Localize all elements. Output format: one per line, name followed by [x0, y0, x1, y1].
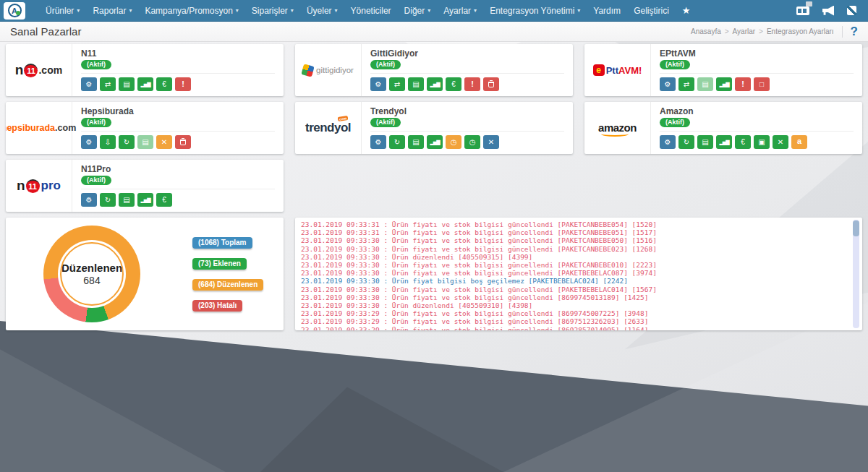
menu-item-kampanya-promosyon[interactable]: Kampanya/Promosyon▾ [138, 0, 244, 21]
file-button[interactable]: ▤ [119, 77, 135, 91]
chart-button[interactable]: ▂▅▇ [427, 77, 443, 91]
gear-button[interactable]: ⚙ [660, 77, 676, 91]
breadcrumb-item[interactable]: Ayarlar [733, 27, 756, 35]
gear-button[interactable]: ⚙ [81, 135, 97, 149]
menu-item-raporlar[interactable]: Raporlar▾ [86, 0, 138, 21]
file-button[interactable]: ▤ [408, 135, 424, 149]
euro-icon: € [162, 197, 166, 204]
menu-item-di-er[interactable]: Diğer▾ [398, 0, 438, 21]
refresh-button[interactable]: ↻ [389, 135, 405, 149]
exclamation-button[interactable]: ! [175, 77, 191, 91]
shuffle-button[interactable]: ✕ [156, 135, 172, 149]
menu-item-label: Yöneticiler [351, 6, 391, 16]
help-button[interactable]: ? [851, 25, 858, 39]
breadcrumb-item[interactable]: Anasayfa [691, 27, 721, 35]
log-time: 23.01.2019 09:33:29 [301, 309, 380, 317]
file-button[interactable]: ▤ [137, 135, 153, 149]
gear-icon: ⚙ [665, 139, 671, 146]
log-scrollbar[interactable] [853, 220, 859, 328]
card-body: Trendyol(Aktif)⚙↻▤▂▅▇◷◷✕ [362, 102, 573, 154]
trash-button[interactable] [483, 77, 499, 91]
breadcrumb-item[interactable]: Entegrasyon Ayarları [767, 27, 834, 35]
euro-button[interactable]: € [735, 135, 751, 149]
log-time: 23.01.2019 09:33:30 [301, 293, 380, 301]
log-message: Ürün fiyatı ve stok bilgisi güncellendi … [392, 286, 657, 293]
gear-button[interactable]: ⚙ [370, 135, 386, 149]
file-button[interactable]: ▤ [408, 77, 424, 91]
card-logo-area: gittigidiyor [295, 44, 362, 96]
refresh-button[interactable]: ↻ [100, 193, 116, 207]
file-button[interactable]: ▤ [119, 193, 135, 207]
menu-item-geli-tirici[interactable]: Geliştirici [627, 0, 676, 21]
card-n11: n11.comN11(Aktif)⚙⇄▤▂▅▇€! [6, 44, 284, 96]
refresh-button[interactable]: ↻ [119, 135, 135, 149]
gear-button[interactable]: ⚙ [660, 135, 676, 149]
clock-button[interactable]: ◷ [464, 135, 480, 149]
legend-badge: (73) Eklenen [192, 258, 247, 270]
file-button[interactable]: ▤ [697, 135, 713, 149]
shuffle-button[interactable]: ✕ [773, 135, 788, 149]
log-line: 23.01.2019 09:33:30 : Ürün fiyat bilgisi… [301, 277, 849, 285]
status-badge: (Aktif) [660, 118, 690, 127]
card-body: N11Pro(Aktif)⚙↻▤▂▅▇€ [72, 160, 284, 212]
chart-button[interactable]: ▂▅▇ [137, 193, 153, 207]
log-message: Ürün fiyatı ve stok bilgisi güncellendi … [392, 317, 649, 325]
trash-icon [488, 82, 494, 87]
euro-button[interactable]: € [156, 77, 172, 91]
file-button[interactable]: ▤ [697, 77, 713, 91]
card-logo-area: hepsiburada.com [6, 102, 72, 154]
gear-icon: ⚙ [375, 81, 382, 88]
legend-badge: (684) Düzenlenen [192, 279, 263, 291]
refresh-button[interactable]: ↻ [678, 135, 694, 149]
exchange-button[interactable]: ⇄ [678, 77, 694, 91]
menu-item--yeler[interactable]: Üyeler▾ [300, 0, 344, 21]
euro-button[interactable]: € [156, 193, 172, 207]
gear-button[interactable]: ⚙ [81, 193, 97, 207]
favorite-star-icon[interactable]: ★ [676, 5, 697, 16]
menu-item-yard-m[interactable]: Yardım [587, 0, 627, 21]
amazon-a-button[interactable]: a [791, 135, 807, 149]
chart-button[interactable]: ▂▅▇ [427, 135, 443, 149]
menu-item-sipari-ler[interactable]: Siparişler▾ [245, 0, 300, 21]
menu-item-ayarlar[interactable]: Ayarlar▾ [437, 0, 483, 21]
logo-text: Ptt [606, 65, 618, 76]
log-scrollbar-thumb[interactable] [853, 220, 859, 236]
keyboard-badge-icon[interactable] [796, 7, 809, 15]
trash-button[interactable] [175, 135, 191, 149]
megaphone-icon[interactable] [822, 6, 834, 16]
exclamation-button[interactable]: ! [464, 77, 480, 91]
gear-button[interactable]: ⚙ [370, 77, 386, 91]
square-button[interactable]: □ [754, 77, 770, 91]
card-buttons: ⚙↻▤▂▅▇€▣✕a [660, 132, 854, 149]
edit-square-icon[interactable] [847, 6, 856, 15]
image-icon: ▣ [758, 139, 765, 146]
log-line: 23.01.2019 09:33:30 : Ürün fiyatı ve sto… [301, 245, 849, 253]
exchange-button[interactable]: ⇄ [100, 77, 116, 91]
stats-panel: Düzenlenen 684 (1068) Toplam(73) Eklenen… [6, 218, 284, 330]
marketplace-grid: n11.comN11(Aktif)⚙⇄▤▂▅▇€!gittigidiyorGit… [0, 42, 868, 332]
clock-button[interactable]: ◷ [446, 135, 461, 149]
exchange-button[interactable]: ⇄ [389, 77, 405, 91]
image-button[interactable]: ▣ [754, 135, 770, 149]
download-button[interactable]: ⇩ [100, 135, 116, 149]
shuffle-button[interactable]: ✕ [483, 135, 499, 149]
amazon-a-icon: a [797, 137, 801, 145]
euro-icon: € [741, 139, 745, 146]
status-badge: (Aktif) [660, 60, 690, 69]
gear-icon: ⚙ [86, 139, 93, 146]
chart-button[interactable]: ▂▅▇ [716, 77, 732, 91]
chart-button[interactable]: ▂▅▇ [716, 135, 732, 149]
gear-button[interactable]: ⚙ [81, 77, 97, 91]
card-logo-area: ePttAVM! [584, 44, 651, 96]
app-logo[interactable]: A [0, 0, 29, 22]
bar-chart-icon: ▂▅▇ [430, 140, 439, 145]
chart-button[interactable]: ▂▅▇ [137, 77, 153, 91]
main-menu: Ürünler▾Raporlar▾Kampanya/Promosyon▾Sipa… [39, 0, 697, 21]
menu-item-y-neticiler[interactable]: Yöneticiler [344, 0, 398, 21]
euro-button[interactable]: € [446, 77, 461, 91]
chevron-down-icon: ▾ [474, 7, 477, 14]
menu-item-entegrasyon-y-netimi[interactable]: Entegrasyon Yönetimi▾ [483, 0, 587, 21]
gear-icon: ⚙ [665, 81, 671, 88]
menu-item--r-nler[interactable]: Ürünler▾ [39, 0, 86, 21]
exclamation-button[interactable]: ! [735, 77, 751, 91]
